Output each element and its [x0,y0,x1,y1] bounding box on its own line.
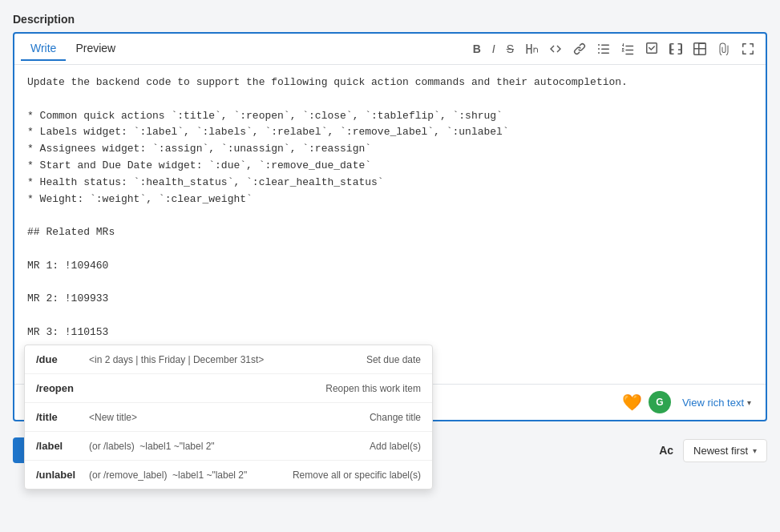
link-icon [573,42,586,55]
heading-button[interactable] [520,39,543,58]
code-inline-button[interactable] [544,39,567,58]
autocomplete-item-due[interactable]: /due <in 2 days | this Friday | December… [25,345,432,374]
code-icon [549,42,562,55]
tab-write[interactable]: Write [21,37,66,61]
table-icon [693,42,706,55]
bold-button[interactable]: B [468,39,486,58]
autocomplete-item-title[interactable]: /title <New title> Change title [25,403,432,432]
toolbar-icons: B I S [468,39,759,58]
bullet-list-icon [597,42,610,55]
link-button[interactable] [568,39,591,58]
strikethrough-button[interactable]: S [502,39,519,58]
numbered-list-icon [621,42,634,55]
autocomplete-item-reopen[interactable]: /reopen Reopen this work item [25,374,432,403]
fullscreen-button[interactable] [737,39,759,58]
tab-group: Write Preview [21,37,125,61]
newest-first-button[interactable]: Newest first ▾ [683,439,767,462]
bullet-list-button[interactable] [592,39,615,58]
autocomplete-item-label[interactable]: /label (or /labels) ~label1 ~"label 2" A… [25,432,432,461]
table-button[interactable] [689,39,711,58]
view-rich-text-button[interactable]: View rich text ▾ [677,393,756,412]
autocomplete-dropdown: /due <in 2 days | this Friday | December… [24,345,433,486]
autocomplete-item-unlabel[interactable]: /unlabel (or /remove_label) ~label1 ~"la… [25,461,432,486]
fullscreen-icon [742,42,754,55]
chevron-down-icon: ▾ [753,446,757,455]
newest-first-label: Newest first [693,445,748,457]
attach-button[interactable] [713,39,735,58]
heading-icon [525,42,538,55]
task-list-button[interactable] [641,39,663,58]
task-list-icon [645,42,658,55]
attach-icon [717,42,730,55]
tab-preview[interactable]: Preview [66,37,125,61]
description-label: Description [13,13,767,26]
editor-content-area[interactable]: Update the backend code to support the f… [14,65,766,384]
chevron-down-icon: ▾ [747,398,751,407]
quote-icon [669,42,682,55]
editor-toolbar: Write Preview B I S [14,34,766,65]
italic-button[interactable]: I [487,39,500,58]
user-avatar: G [649,391,671,413]
avatar-group: 🧡 G [621,391,671,413]
quote-button[interactable] [665,39,687,58]
activity-label: Ac [659,444,673,457]
numbered-list-button[interactable] [616,39,639,58]
emoji-avatar: 🧡 [621,391,644,413]
